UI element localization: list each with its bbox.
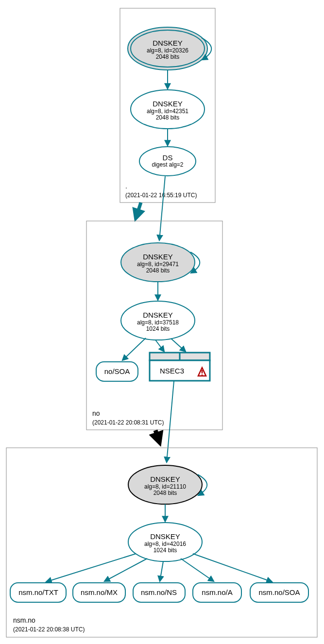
svg-text:nsm.no/MX: nsm.no/MX — [81, 588, 118, 596]
edge-nsec3-nsmksk — [167, 381, 174, 462]
rr-nsm-mx: nsm.no/MX — [73, 583, 125, 602]
svg-text:2048 bits: 2048 bits — [153, 490, 177, 496]
rr-nsm-txt: nsm.no/TXT — [10, 583, 66, 602]
rr-nsm-ns: nsm.no/NS — [133, 583, 185, 602]
edge-delegation-no-nsm — [155, 430, 159, 442]
zone-nsm-ts: (2021-01-22 20:08:38 UTC) — [13, 626, 85, 633]
zone-no-ts: (2021-01-22 20:08:31 UTC) — [92, 419, 164, 426]
zone-no-name: no — [92, 409, 100, 417]
svg-text:DNSKEY: DNSKEY — [150, 475, 180, 483]
svg-text:1024 bits: 1024 bits — [146, 325, 170, 332]
svg-text:2048 bits: 2048 bits — [146, 267, 170, 274]
edge-nsm-zsk-ns — [160, 561, 163, 581]
rr-nsm-soa: nsm.no/SOA — [250, 583, 308, 602]
dnskey-root-zsk: DNSKEY alg=8, id=42351 2048 bits — [131, 90, 205, 129]
svg-text:nsm.no/NS: nsm.no/NS — [141, 588, 177, 596]
zone-root-ts: (2021-01-22 16:55:19 UTC) — [125, 192, 197, 199]
zone-root-name: . — [125, 182, 127, 190]
edge-nsm-zsk-txt — [46, 554, 136, 582]
dnskey-no-zsk: DNSKEY alg=8, id=37518 1024 bits — [121, 301, 195, 340]
svg-text:DNSKEY: DNSKEY — [153, 100, 183, 108]
svg-text:DNSKEY: DNSKEY — [143, 311, 173, 319]
nsec3-no: NSEC3 — [150, 353, 210, 381]
svg-text:2048 bits: 2048 bits — [156, 53, 180, 60]
edge-ds-noksk — [159, 176, 165, 240]
edge-no-zsk-nsec3-r — [171, 339, 186, 352]
zone-nsm-name: nsm.no — [13, 616, 35, 624]
dnskey-nsm-ksk: DNSKEY alg=8, id=21110 2048 bits — [128, 465, 202, 504]
svg-text:alg=8, id=37518: alg=8, id=37518 — [137, 319, 179, 326]
svg-text:alg=8, id=21110: alg=8, id=21110 — [144, 483, 186, 490]
svg-text:2048 bits: 2048 bits — [156, 114, 180, 121]
edge-no-zsk-nsec3-l — [155, 340, 164, 352]
edge-no-zsk-soa — [122, 338, 146, 360]
svg-text:alg=8, id=29471: alg=8, id=29471 — [137, 261, 179, 268]
svg-text:no/SOA: no/SOA — [104, 367, 130, 375]
svg-text:nsm.no/TXT: nsm.no/TXT — [18, 588, 58, 596]
svg-text:1024 bits: 1024 bits — [153, 547, 177, 554]
edge-delegation-root-no — [136, 203, 141, 218]
svg-text:nsm.no/SOA: nsm.no/SOA — [258, 588, 300, 596]
rr-nsm-a: nsm.no/A — [193, 583, 241, 602]
svg-text:nsm.no/A: nsm.no/A — [202, 588, 232, 596]
dnssec-graph: DNSKEY alg=8, id=20326 2048 bits DNSKEY … — [0, 0, 324, 644]
svg-text:digest alg=2: digest alg=2 — [152, 161, 183, 168]
dnskey-root-ksk: DNSKEY alg=8, id=20326 2048 bits — [128, 27, 207, 70]
rr-no-soa: no/SOA — [96, 362, 138, 381]
dnskey-nsm-zsk: DNSKEY alg=8, id=42016 1024 bits — [128, 523, 202, 561]
svg-text:DNSKEY: DNSKEY — [153, 39, 183, 47]
edge-nsm-zsk-a — [181, 559, 214, 581]
edge-nsm-zsk-soa — [193, 554, 272, 582]
svg-text:alg=8, id=42351: alg=8, id=42351 — [147, 108, 188, 115]
svg-text:alg=8, id=20326: alg=8, id=20326 — [147, 47, 188, 54]
ds-root: DS digest alg=2 — [139, 147, 196, 176]
svg-text:NSEC3: NSEC3 — [160, 367, 184, 375]
svg-point-27 — [202, 374, 203, 376]
svg-text:DS: DS — [163, 153, 173, 162]
svg-text:alg=8, id=42016: alg=8, id=42016 — [144, 541, 186, 547]
dnskey-no-ksk: DNSKEY alg=8, id=29471 2048 bits — [121, 243, 195, 282]
svg-text:DNSKEY: DNSKEY — [150, 532, 180, 541]
svg-text:DNSKEY: DNSKEY — [143, 253, 173, 261]
